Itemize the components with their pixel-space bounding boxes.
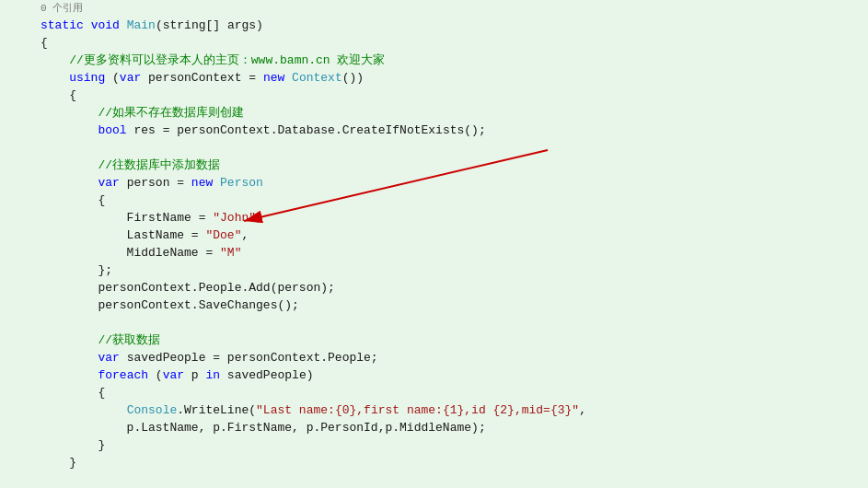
line-content: { (37, 384, 868, 401)
code-line (0, 471, 868, 488)
line-content: } (37, 436, 868, 454)
code-line: personContext.SaveChanges(); (0, 296, 868, 314)
code-line: bool res = personContext.Database.Create… (0, 122, 868, 139)
code-line: { (0, 87, 868, 104)
line-content: { (37, 87, 868, 104)
line-content: bool res = personContext.Database.Create… (37, 122, 868, 139)
line-content: p.LastName, p.FirstName, p.PersonId,p.Mi… (37, 419, 868, 436)
line-content: using (var personContext = new Context()… (37, 69, 868, 87)
line-content: LastName = "Doe", (37, 227, 868, 244)
code-line: foreach (var p in savedPeople) (0, 366, 868, 384)
line-content: { (37, 192, 868, 209)
code-line: }; (0, 261, 868, 279)
code-line: var person = new Person (0, 174, 868, 192)
code-line (0, 314, 868, 331)
code-line: } (0, 436, 868, 454)
line-content: foreach (var p in savedPeople) (37, 366, 868, 384)
line-content: var savedPeople = personContext.People; (37, 349, 868, 366)
code-line: { (0, 34, 868, 52)
code-line: //获取数据 (0, 331, 868, 349)
line-content: static void Main(string[] args) (37, 17, 868, 34)
line-content: }; (37, 261, 868, 279)
code-line: //往数据库中添加数据 (0, 157, 868, 174)
ref-count-label: 0 个引用 (0, 0, 868, 17)
line-content: var person = new Person (37, 174, 868, 192)
line-content: //往数据库中添加数据 (37, 157, 868, 174)
code-line: p.LastName, p.FirstName, p.PersonId,p.Mi… (0, 419, 868, 436)
code-line: using (var personContext = new Context()… (0, 69, 868, 87)
code-line: Console.WriteLine("Last name:{0},first n… (0, 401, 868, 419)
line-content: personContext.People.Add(person); (37, 279, 868, 296)
line-content: //获取数据 (37, 331, 868, 349)
code-line: } (0, 454, 868, 471)
line-content: //更多资料可以登录本人的主页：www.bamn.cn 欢迎大家 (37, 52, 868, 69)
code-line: { (0, 384, 868, 401)
line-content: personContext.SaveChanges(); (37, 296, 868, 314)
code-line: { (0, 192, 868, 209)
code-line: MiddleName = "M" (0, 244, 868, 261)
code-line: //如果不存在数据库则创建 (0, 104, 868, 122)
code-line: //更多资料可以登录本人的主页：www.bamn.cn 欢迎大家 (0, 52, 868, 69)
code-line (0, 139, 868, 157)
code-line: personContext.People.Add(person); (0, 279, 868, 296)
line-content: MiddleName = "M" (37, 244, 868, 261)
line-content: Console.WriteLine("Last name:{0},first n… (37, 401, 868, 419)
code-line: LastName = "Doe", (0, 227, 868, 244)
code-line: FirstName = "John", (0, 209, 868, 227)
line-content: { (37, 34, 868, 52)
code-line: static void Main(string[] args) (0, 17, 868, 34)
line-content: //如果不存在数据库则创建 (37, 104, 868, 122)
code-editor: 0 个引用 static void Main(string[] args) { … (0, 0, 868, 488)
line-content: } (37, 454, 868, 471)
code-line: var savedPeople = personContext.People; (0, 349, 868, 366)
line-content: FirstName = "John", (37, 209, 868, 227)
